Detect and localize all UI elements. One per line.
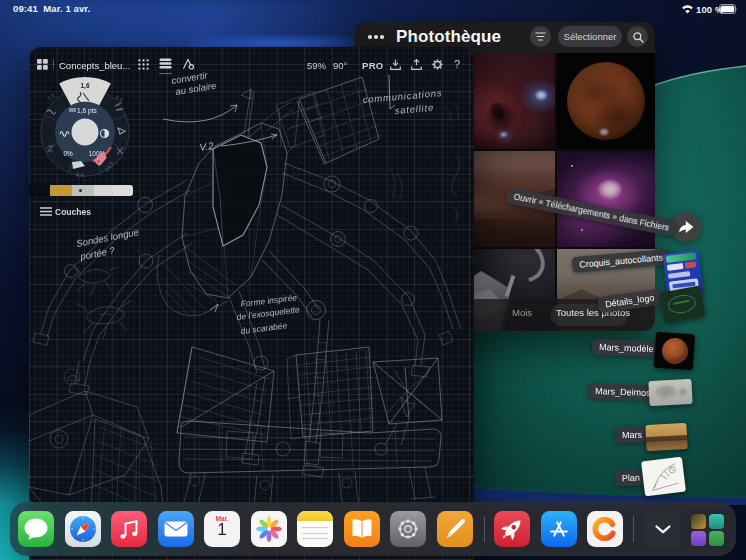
svg-text:1,6: 1,6 <box>80 82 89 90</box>
svg-text:du scarabée: du scarabée <box>240 320 288 336</box>
svg-text:0%: 0% <box>63 150 73 157</box>
svg-text:V.2: V.2 <box>199 140 215 153</box>
svg-text:satellite: satellite <box>394 102 434 116</box>
svg-text:6,8: 6,8 <box>76 171 84 178</box>
svg-text:1,6 pts: 1,6 pts <box>77 107 97 115</box>
